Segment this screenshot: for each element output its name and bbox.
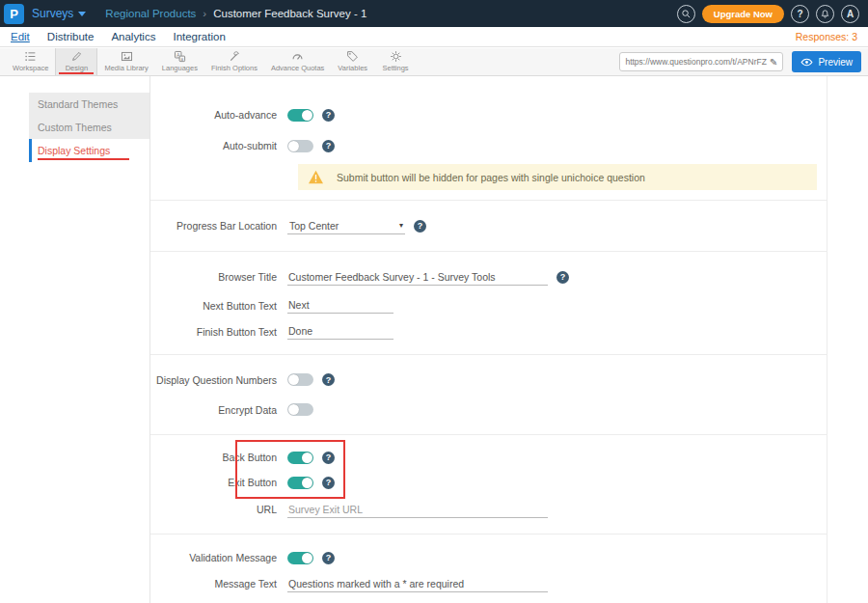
exit-button-label: Exit Button bbox=[150, 477, 287, 488]
notifications-button[interactable] bbox=[816, 5, 834, 23]
encrypt-data-toggle[interactable] bbox=[287, 403, 313, 416]
nav-tab-edit[interactable]: Edit bbox=[11, 31, 30, 42]
auto-advance-toggle[interactable] bbox=[287, 109, 313, 122]
help-icon[interactable] bbox=[322, 452, 335, 464]
bell-icon bbox=[820, 9, 830, 19]
divider bbox=[150, 200, 827, 201]
questionpro-logo[interactable]: P bbox=[4, 4, 24, 24]
back-button-row: Back Button bbox=[150, 445, 827, 470]
tool-label: Variables bbox=[338, 64, 367, 72]
tool-advance-quotas[interactable]: Advance Quotas bbox=[264, 48, 331, 75]
divider bbox=[150, 354, 827, 355]
breadcrumb: Regional Products › Customer Feedback Su… bbox=[105, 8, 366, 19]
divider bbox=[150, 434, 827, 435]
edit-url-pencil-icon[interactable] bbox=[770, 57, 777, 68]
next-button-text-input[interactable] bbox=[287, 297, 393, 314]
languages-icon: A a bbox=[174, 50, 186, 63]
survey-url-box bbox=[619, 52, 783, 71]
design-sidebar: Standard Themes Custom Themes Display Se… bbox=[29, 93, 150, 162]
survey-url-input[interactable] bbox=[625, 57, 770, 67]
design-icon bbox=[70, 50, 83, 63]
preview-button-label: Preview bbox=[818, 57, 853, 68]
nav-tab-integration[interactable]: Integration bbox=[173, 31, 225, 42]
finish-options-icon bbox=[228, 50, 240, 63]
tool-label: Languages bbox=[162, 64, 198, 72]
top-bar: P Surveys Regional Products › Customer F… bbox=[0, 0, 868, 27]
help-icon[interactable] bbox=[322, 477, 335, 489]
tool-label: Advance Quotas bbox=[271, 64, 324, 72]
social-network-toolbar-row: Social Network Toolbar bbox=[150, 596, 827, 603]
display-question-numbers-toggle[interactable] bbox=[287, 373, 313, 386]
nav-tab-distribute[interactable]: Distribute bbox=[47, 31, 95, 42]
breadcrumb-survey-name: Customer Feedback Survey - 1 bbox=[213, 8, 366, 19]
tool-variables[interactable]: Variables bbox=[331, 48, 374, 75]
message-text-input[interactable] bbox=[287, 576, 548, 592]
chevron-down-icon bbox=[78, 12, 86, 16]
surveys-menu[interactable]: Surveys bbox=[32, 7, 86, 20]
sidebar-item-standard-themes[interactable]: Standard Themes bbox=[29, 93, 150, 116]
exit-button-toggle[interactable] bbox=[287, 477, 313, 489]
tool-workspace[interactable]: Workspace bbox=[6, 48, 55, 75]
tool-label: Settings bbox=[383, 64, 409, 72]
tool-media-library[interactable]: Media Library bbox=[97, 48, 154, 75]
tool-design[interactable]: Design bbox=[55, 48, 97, 75]
help-icon[interactable] bbox=[414, 220, 426, 233]
toggle-knob bbox=[288, 374, 299, 385]
toggle-knob bbox=[302, 478, 312, 488]
tool-finish-options[interactable]: Finish Options bbox=[204, 48, 264, 75]
exit-url-input[interactable] bbox=[287, 502, 548, 518]
help-icon[interactable] bbox=[322, 373, 335, 386]
upgrade-now-button[interactable]: Upgrade Now bbox=[702, 5, 784, 23]
auto-submit-toggle[interactable] bbox=[287, 140, 313, 152]
divider bbox=[150, 534, 827, 534]
settings-icon bbox=[390, 50, 402, 63]
back-button-toggle[interactable] bbox=[287, 452, 313, 464]
sidebar-item-custom-themes[interactable]: Custom Themes bbox=[29, 116, 150, 139]
toggle-knob bbox=[302, 110, 312, 121]
nav-tab-analytics[interactable]: Analytics bbox=[111, 31, 155, 42]
main-nav: Edit Distribute Analytics Integration Re… bbox=[0, 27, 868, 47]
sidebar-item-label: Standard Themes bbox=[38, 98, 118, 110]
edit-toolbar: Workspace Design Media Library A a Langu… bbox=[0, 48, 868, 76]
annotation-display-settings-underline bbox=[38, 158, 129, 160]
browser-title-label: Browser Title bbox=[150, 271, 287, 283]
auto-advance-label: Auto-advance bbox=[150, 109, 287, 121]
breadcrumb-folder[interactable]: Regional Products bbox=[105, 8, 196, 19]
responses-count[interactable]: Responses: 3 bbox=[796, 31, 857, 42]
validation-message-row: Validation Message bbox=[150, 544, 827, 571]
tool-label: Design bbox=[66, 64, 88, 72]
auto-advance-row: Auto-advance bbox=[150, 99, 827, 130]
help-icon[interactable] bbox=[322, 109, 335, 122]
browser-title-input[interactable] bbox=[287, 269, 548, 286]
tool-settings[interactable]: Settings bbox=[374, 48, 417, 75]
progress-bar-location-label: Progress Bar Location bbox=[150, 220, 287, 232]
submit-hidden-warning-banner: Submit button will be hidden for pages w… bbox=[298, 164, 817, 190]
help-button[interactable]: ? bbox=[791, 5, 809, 23]
divider bbox=[150, 251, 827, 252]
help-icon[interactable] bbox=[322, 140, 335, 152]
encrypt-data-row: Encrypt Data bbox=[150, 395, 827, 425]
next-button-text-label: Next Button Text bbox=[150, 300, 287, 312]
variables-icon bbox=[346, 50, 359, 63]
preview-button[interactable]: Preview bbox=[792, 51, 861, 72]
tool-label: Workspace bbox=[13, 64, 48, 72]
sidebar-item-display-settings[interactable]: Display Settings bbox=[29, 139, 150, 162]
tool-label: Finish Options bbox=[211, 64, 258, 72]
sidebar-item-label: Display Settings bbox=[38, 145, 110, 156]
toggle-knob bbox=[302, 553, 312, 563]
progress-bar-location-select[interactable]: Top Center bbox=[287, 218, 405, 234]
search-button[interactable] bbox=[677, 5, 695, 23]
toolbar-right: Preview bbox=[619, 48, 868, 75]
media-library-icon bbox=[121, 50, 133, 63]
validation-message-toggle[interactable] bbox=[287, 552, 313, 564]
topbar-actions: Upgrade Now ? A bbox=[677, 5, 859, 23]
back-button-label: Back Button bbox=[150, 452, 287, 463]
finish-button-text-input[interactable] bbox=[287, 323, 393, 340]
help-icon[interactable] bbox=[556, 271, 569, 284]
auto-submit-label: Auto-submit bbox=[150, 140, 287, 151]
help-icon[interactable] bbox=[322, 552, 335, 564]
display-question-numbers-row: Display Question Numbers bbox=[150, 365, 827, 395]
tool-languages[interactable]: A a Languages bbox=[155, 48, 204, 75]
breadcrumb-separator: › bbox=[203, 8, 206, 19]
avatar[interactable]: A bbox=[841, 5, 859, 23]
